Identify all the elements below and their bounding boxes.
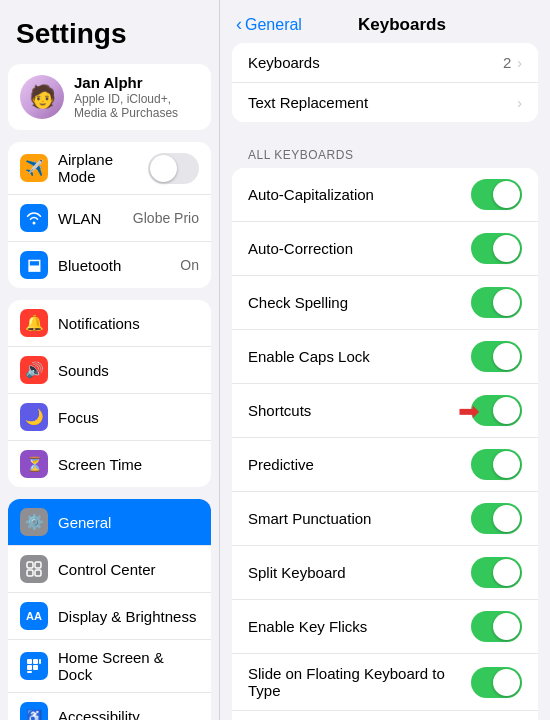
sidebar-item-label: Bluetooth — [58, 257, 121, 274]
sidebar-item-focus[interactable]: 🌙 Focus — [8, 394, 211, 441]
svg-rect-8 — [33, 665, 38, 670]
key-flicks-toggle[interactable] — [471, 611, 522, 642]
airplane-icon: ✈️ — [20, 154, 48, 182]
sidebar-group-alerts: 🔔 Notifications 🔊 Sounds 🌙 Focus ⏳ Scree… — [8, 300, 211, 487]
sidebar-item-label: WLAN — [58, 210, 101, 227]
accessibility-icon: ♿ — [20, 702, 48, 720]
all-keyboards-group: Auto-Capitalization Auto-Correction Chec… — [232, 168, 538, 720]
sidebar-item-label: Display & Brightness — [58, 608, 196, 625]
split-keyboard-label: Split Keyboard — [248, 564, 471, 581]
profile-card[interactable]: 🧑 Jan Alphr Apple ID, iCloud+, Media & P… — [8, 64, 211, 130]
text-replacement-label: Text Replacement — [248, 94, 517, 111]
keyboards-label: Keyboards — [248, 54, 503, 71]
svg-rect-9 — [27, 671, 32, 673]
delete-slide-row[interactable]: Delete Slide-to-Type by Word — [232, 711, 538, 720]
sidebar-item-label: Control Center — [58, 561, 156, 578]
sidebar-item-screen-time[interactable]: ⏳ Screen Time — [8, 441, 211, 487]
check-spelling-label: Check Spelling — [248, 294, 471, 311]
sidebar-group-connectivity: ✈️ Airplane Mode WLAN Globe Prio ⬓ Bluet… — [8, 142, 211, 288]
control-center-icon — [20, 555, 48, 583]
sidebar-group-general: ⚙️ General Control Center AA Display & B… — [8, 499, 211, 720]
all-keyboards-label: ALL KEYBOARDS — [232, 134, 538, 168]
split-keyboard-toggle[interactable] — [471, 557, 522, 588]
auto-cap-toggle[interactable] — [471, 179, 522, 210]
wlan-value: Globe Prio — [133, 210, 199, 226]
svg-rect-1 — [35, 562, 41, 568]
slide-floating-toggle[interactable] — [471, 667, 522, 698]
auto-correct-toggle[interactable] — [471, 233, 522, 264]
text-replacement-row[interactable]: Text Replacement › — [232, 83, 538, 122]
nav-title: Keyboards — [270, 15, 534, 35]
main-content: Keyboards 2 › Text Replacement › ALL KEY… — [220, 43, 550, 720]
sidebar-item-label: Sounds — [58, 362, 109, 379]
notifications-icon: 🔔 — [20, 309, 48, 337]
sounds-icon: 🔊 — [20, 356, 48, 384]
sidebar-item-general[interactable]: ⚙️ General — [8, 499, 211, 546]
red-arrow-icon: ➡ — [458, 395, 480, 426]
sidebar-item-accessibility[interactable]: ♿ Accessibility — [8, 693, 211, 720]
nav-bar: ‹ General Keyboards — [220, 0, 550, 43]
split-keyboard-row[interactable]: Split Keyboard — [232, 546, 538, 600]
sidebar-item-label: Airplane Mode — [58, 151, 148, 185]
sidebar-item-bluetooth[interactable]: ⬓ Bluetooth On — [8, 242, 211, 288]
sidebar-item-label: Accessibility — [58, 708, 140, 721]
smart-punctuation-label: Smart Punctuation — [248, 510, 471, 527]
sidebar-item-home-screen[interactable]: Home Screen & Dock — [8, 640, 211, 693]
smart-punctuation-row[interactable]: Smart Punctuation — [232, 492, 538, 546]
keyboards-row[interactable]: Keyboards 2 › — [232, 43, 538, 83]
check-spelling-row[interactable]: Check Spelling — [232, 276, 538, 330]
svg-rect-2 — [27, 570, 33, 576]
auto-cap-label: Auto-Capitalization — [248, 186, 471, 203]
auto-correct-label: Auto-Correction — [248, 240, 471, 257]
caps-lock-row[interactable]: Enable Caps Lock — [232, 330, 538, 384]
shortcuts-row[interactable]: Shortcuts ➡ — [232, 384, 538, 438]
predictive-row[interactable]: Predictive — [232, 438, 538, 492]
display-icon: AA — [20, 602, 48, 630]
settings-title: Settings — [0, 0, 219, 60]
predictive-toggle[interactable] — [471, 449, 522, 480]
back-chevron-icon: ‹ — [236, 14, 242, 35]
profile-info: Jan Alphr Apple ID, iCloud+, Media & Pur… — [74, 74, 199, 120]
keyboards-value: 2 — [503, 54, 511, 71]
check-spelling-toggle[interactable] — [471, 287, 522, 318]
shortcuts-label: Shortcuts — [248, 402, 471, 419]
svg-rect-5 — [33, 659, 38, 664]
svg-rect-7 — [27, 665, 32, 670]
home-screen-icon — [20, 652, 48, 680]
wifi-icon — [20, 204, 48, 232]
airplane-toggle[interactable] — [148, 153, 199, 184]
keyboards-top-group: Keyboards 2 › Text Replacement › — [232, 43, 538, 122]
sidebar-item-label: Home Screen & Dock — [58, 649, 199, 683]
sidebar-item-display[interactable]: AA Display & Brightness — [8, 593, 211, 640]
sidebar-item-sounds[interactable]: 🔊 Sounds — [8, 347, 211, 394]
svg-rect-0 — [27, 562, 33, 568]
main-panel: ‹ General Keyboards Keyboards 2 › Text R… — [220, 0, 550, 720]
caps-lock-toggle[interactable] — [471, 341, 522, 372]
slide-floating-label: Slide on Floating Keyboard to Type — [248, 665, 471, 699]
bluetooth-value: On — [180, 257, 199, 273]
general-icon: ⚙️ — [20, 508, 48, 536]
text-replacement-chevron-icon: › — [517, 95, 522, 111]
auto-cap-row[interactable]: Auto-Capitalization — [232, 168, 538, 222]
screen-time-icon: ⏳ — [20, 450, 48, 478]
svg-rect-3 — [35, 570, 41, 576]
sidebar-item-label: Focus — [58, 409, 99, 426]
key-flicks-label: Enable Key Flicks — [248, 618, 471, 635]
keyboards-chevron-icon: › — [517, 55, 522, 71]
svg-rect-6 — [39, 659, 41, 664]
sidebar: Settings 🧑 Jan Alphr Apple ID, iCloud+, … — [0, 0, 220, 720]
sidebar-item-wlan[interactable]: WLAN Globe Prio — [8, 195, 211, 242]
slide-floating-row[interactable]: Slide on Floating Keyboard to Type — [232, 654, 538, 711]
smart-punctuation-toggle[interactable] — [471, 503, 522, 534]
auto-correct-row[interactable]: Auto-Correction — [232, 222, 538, 276]
bluetooth-icon: ⬓ — [20, 251, 48, 279]
key-flicks-row[interactable]: Enable Key Flicks — [232, 600, 538, 654]
sidebar-item-control-center[interactable]: Control Center — [8, 546, 211, 593]
sidebar-item-notifications[interactable]: 🔔 Notifications — [8, 300, 211, 347]
predictive-label: Predictive — [248, 456, 471, 473]
profile-name: Jan Alphr — [74, 74, 199, 91]
sidebar-item-label: Screen Time — [58, 456, 142, 473]
sidebar-item-airplane[interactable]: ✈️ Airplane Mode — [8, 142, 211, 195]
focus-icon: 🌙 — [20, 403, 48, 431]
profile-sub: Apple ID, iCloud+, Media & Purchases — [74, 92, 199, 120]
